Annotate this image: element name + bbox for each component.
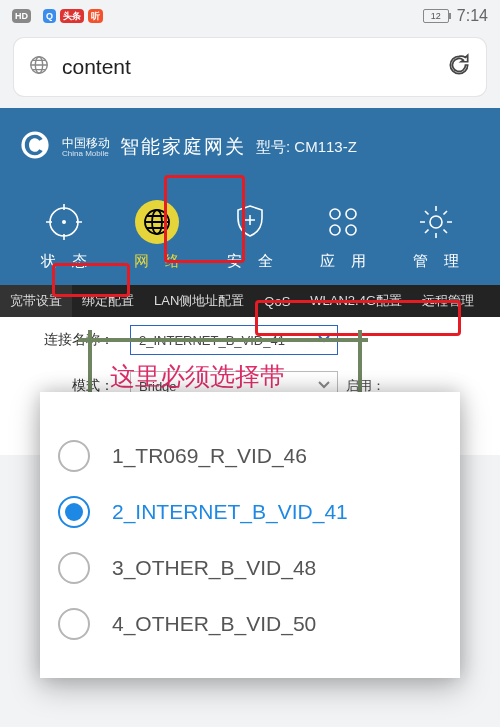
subtab-binding[interactable]: 绑定配置 <box>72 285 144 317</box>
globe-icon <box>28 54 50 80</box>
conn-name-select[interactable]: 2_INTERNET_B_VID_41 <box>130 325 338 355</box>
subtab-broadband[interactable]: 宽带设置 <box>0 285 72 317</box>
radio-icon <box>58 440 90 472</box>
router-title: 智能家庭网关 <box>120 134 246 160</box>
option-4[interactable]: 4_OTHER_B_VID_50 <box>40 596 460 652</box>
sub-tab-bar: 宽带设置 绑定配置 LAN侧地址配置 QoS WLAN2.4G配置 远程管理 <box>0 285 500 317</box>
svg-point-8 <box>330 225 340 235</box>
subtab-lan[interactable]: LAN侧地址配置 <box>144 285 254 317</box>
option-3[interactable]: 3_OTHER_B_VID_48 <box>40 540 460 596</box>
reload-button[interactable] <box>446 52 472 82</box>
radio-icon <box>58 552 90 584</box>
svg-point-3 <box>62 220 66 224</box>
subtab-wlan24[interactable]: WLAN2.4G配置 <box>300 285 412 317</box>
gear-icon <box>414 200 458 244</box>
app-icon-headline: 头条 <box>60 9 84 23</box>
svg-point-10 <box>430 216 442 228</box>
apps-icon <box>321 200 365 244</box>
tab-network[interactable]: 网 络 <box>111 200 204 271</box>
radio-icon <box>58 496 90 528</box>
conn-name-label: 连接名称： <box>0 331 130 349</box>
globe-icon <box>135 200 179 244</box>
url-text: content <box>62 55 434 79</box>
option-2[interactable]: 2_INTERNET_B_VID_41 <box>40 484 460 540</box>
tab-security[interactable]: 安 全 <box>204 200 297 271</box>
subtab-remote[interactable]: 远程管理 <box>412 285 484 317</box>
main-tab-bar: 状 态 网 络 安 全 应 用 管 理 <box>18 186 482 285</box>
url-bar[interactable]: content <box>14 38 486 96</box>
router-model: 型号: CM113-Z <box>256 138 357 157</box>
tab-manage[interactable]: 管 理 <box>389 200 482 271</box>
shield-icon <box>228 200 272 244</box>
svg-point-7 <box>346 209 356 219</box>
target-icon <box>42 200 86 244</box>
radio-icon <box>58 608 90 640</box>
app-icon-listen: 听 <box>88 9 103 23</box>
chevron-down-icon <box>317 332 331 349</box>
router-header: 中国移动 China Mobile 智能家庭网关 型号: CM113-Z 状 态… <box>0 108 500 285</box>
hd-icon: HD <box>12 9 31 23</box>
clock: 7:14 <box>457 7 488 25</box>
app-icon-q: Q <box>43 9 56 23</box>
china-mobile-logo <box>18 128 52 166</box>
tab-status[interactable]: 状 态 <box>18 200 111 271</box>
option-1[interactable]: 1_TR069_R_VID_46 <box>40 428 460 484</box>
tab-apps[interactable]: 应 用 <box>296 200 389 271</box>
android-status-bar: HD Q 头条 听 12 7:14 <box>0 0 500 32</box>
subtab-qos[interactable]: QoS <box>254 285 300 317</box>
svg-point-6 <box>330 209 340 219</box>
battery-icon: 12 <box>423 9 449 23</box>
options-sheet: 1_TR069_R_VID_46 2_INTERNET_B_VID_41 3_O… <box>40 392 460 678</box>
svg-point-9 <box>346 225 356 235</box>
